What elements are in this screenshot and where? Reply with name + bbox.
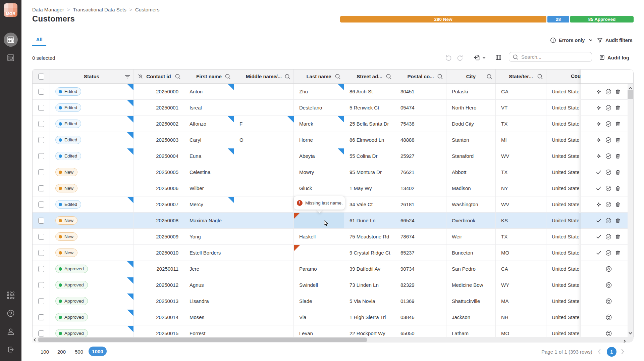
svg-text:MGR: MGR bbox=[6, 11, 15, 16]
